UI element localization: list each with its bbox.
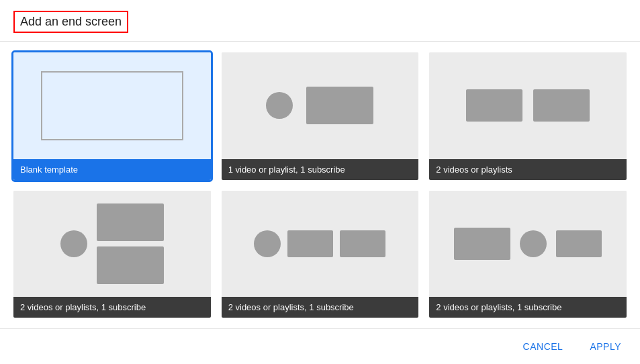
stacked-rects-t3 bbox=[97, 203, 164, 284]
template-card-blank[interactable]: Blank template bbox=[13, 52, 211, 180]
blank-rect-icon bbox=[41, 71, 183, 140]
circle-icon-t1 bbox=[266, 92, 293, 119]
template-card-t5[interactable]: 2 videos or playlists, 1 subscribe bbox=[429, 191, 627, 318]
rect-t4a bbox=[287, 230, 333, 257]
template-label-t4: 2 videos or playlists, 1 subscribe bbox=[222, 297, 419, 318]
apply-button[interactable]: APPLY bbox=[584, 337, 627, 356]
template-preview-t3 bbox=[13, 191, 211, 298]
dialog-title: Add an end screen bbox=[13, 11, 128, 33]
cancel-button[interactable]: CANCEL bbox=[518, 337, 569, 356]
template-card-t4[interactable]: 2 videos or playlists, 1 subscribe bbox=[222, 191, 419, 318]
rect-bot-t3 bbox=[97, 246, 164, 284]
rect-icon-t1 bbox=[306, 87, 373, 124]
dialog-header: Add an end screen bbox=[0, 0, 640, 42]
rect-icon-t2a bbox=[466, 89, 522, 122]
template-preview-t1 bbox=[222, 52, 419, 159]
template-grid: Blank template 1 video or playlist, 1 su… bbox=[0, 42, 640, 328]
template-card-t2[interactable]: 2 videos or playlists bbox=[429, 52, 627, 180]
template-label-t3: 2 videos or playlists, 1 subscribe bbox=[13, 297, 211, 318]
template-card-t3[interactable]: 2 videos or playlists, 1 subscribe bbox=[13, 191, 211, 318]
rect-t5b bbox=[556, 230, 602, 257]
template-label-t1: 1 video or playlist, 1 subscribe bbox=[222, 159, 419, 180]
template-preview-blank bbox=[13, 52, 211, 159]
dialog-footer: CANCEL APPLY bbox=[0, 328, 640, 364]
circle-icon-t4 bbox=[254, 230, 281, 257]
template-preview-t5 bbox=[429, 191, 627, 298]
template-preview-t4 bbox=[222, 191, 419, 298]
template-label-t5: 2 videos or playlists, 1 subscribe bbox=[429, 297, 627, 318]
rect-t4b bbox=[340, 230, 385, 257]
rect-icon-t2b bbox=[533, 89, 590, 122]
template-card-t1[interactable]: 1 video or playlist, 1 subscribe bbox=[222, 52, 419, 180]
rect-top-t3 bbox=[97, 203, 164, 241]
rect-t5a bbox=[454, 228, 510, 260]
template-label-blank: Blank template bbox=[13, 159, 211, 180]
template-label-t2: 2 videos or playlists bbox=[429, 159, 627, 180]
template-preview-t2 bbox=[429, 52, 627, 159]
circle-icon-t5 bbox=[520, 230, 547, 257]
circle-icon-t3 bbox=[60, 230, 87, 257]
